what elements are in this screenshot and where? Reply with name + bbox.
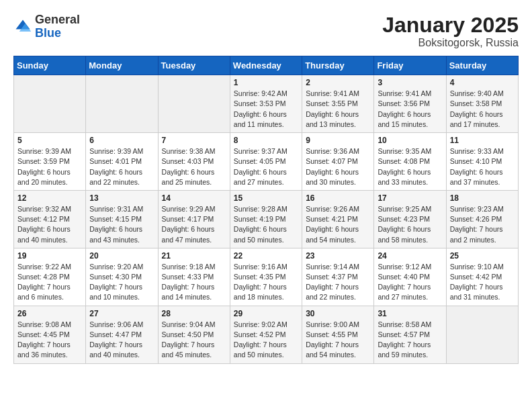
calendar-cell: 13Sunrise: 9:31 AM Sunset: 4:15 PM Dayli… — [86, 190, 158, 248]
page-header: General Blue January 2025 Boksitogorsk, … — [13, 13, 519, 49]
day-number: 25 — [450, 251, 515, 261]
calendar-cell: 21Sunrise: 9:18 AM Sunset: 4:33 PM Dayli… — [158, 248, 230, 306]
calendar-title: January 2025 — [382, 13, 519, 37]
day-number: 7 — [162, 136, 226, 145]
logo-icon — [13, 17, 32, 36]
days-header-row: SundayMondayTuesdayWednesdayThursdayFrid… — [14, 56, 519, 75]
calendar-cell: 7Sunrise: 9:38 AM Sunset: 4:03 PM Daylig… — [158, 133, 230, 191]
day-of-week-thursday: Thursday — [302, 56, 374, 75]
day-number: 1 — [234, 78, 298, 87]
calendar-cell: 28Sunrise: 9:04 AM Sunset: 4:50 PM Dayli… — [158, 306, 230, 363]
logo-general-text: General — [35, 13, 80, 26]
day-info: Sunrise: 9:42 AM Sunset: 3:53 PM Dayligh… — [234, 89, 298, 130]
day-number: 20 — [89, 251, 154, 261]
day-number: 10 — [378, 136, 442, 145]
day-info: Sunrise: 9:35 AM Sunset: 4:08 PM Dayligh… — [378, 146, 442, 187]
day-of-week-monday: Monday — [86, 56, 158, 75]
day-info: Sunrise: 9:39 AM Sunset: 3:59 PM Dayligh… — [17, 146, 82, 187]
day-info: Sunrise: 9:33 AM Sunset: 4:10 PM Dayligh… — [450, 146, 515, 187]
day-info: Sunrise: 9:16 AM Sunset: 4:35 PM Dayligh… — [234, 262, 298, 303]
calendar-cell: 16Sunrise: 9:26 AM Sunset: 4:21 PM Dayli… — [302, 190, 374, 248]
day-number: 15 — [234, 193, 298, 203]
calendar-cell: 19Sunrise: 9:22 AM Sunset: 4:28 PM Dayli… — [14, 248, 86, 306]
calendar-week-row: 1Sunrise: 9:42 AM Sunset: 3:53 PM Daylig… — [14, 75, 519, 133]
logo: General Blue — [13, 13, 80, 40]
day-number: 2 — [306, 78, 370, 87]
day-number: 27 — [89, 309, 154, 318]
day-number: 4 — [450, 78, 515, 87]
day-info: Sunrise: 9:12 AM Sunset: 4:40 PM Dayligh… — [378, 262, 442, 303]
calendar-cell: 29Sunrise: 9:02 AM Sunset: 4:52 PM Dayli… — [230, 306, 302, 363]
day-number: 13 — [89, 193, 154, 203]
day-info: Sunrise: 9:10 AM Sunset: 4:42 PM Dayligh… — [450, 262, 515, 303]
day-info: Sunrise: 9:06 AM Sunset: 4:47 PM Dayligh… — [89, 320, 154, 361]
day-number: 3 — [378, 78, 442, 87]
calendar-cell — [158, 75, 230, 133]
day-info: Sunrise: 9:28 AM Sunset: 4:19 PM Dayligh… — [234, 204, 298, 245]
day-number: 17 — [378, 193, 442, 203]
day-number: 18 — [450, 193, 515, 203]
day-info: Sunrise: 8:58 AM Sunset: 4:57 PM Dayligh… — [378, 320, 442, 361]
calendar-cell: 27Sunrise: 9:06 AM Sunset: 4:47 PM Dayli… — [86, 306, 158, 363]
day-number: 29 — [234, 309, 298, 318]
day-info: Sunrise: 9:04 AM Sunset: 4:50 PM Dayligh… — [162, 320, 226, 361]
day-info: Sunrise: 9:41 AM Sunset: 3:55 PM Dayligh… — [306, 89, 370, 130]
day-number: 19 — [17, 251, 82, 261]
day-info: Sunrise: 9:29 AM Sunset: 4:17 PM Dayligh… — [162, 204, 226, 245]
calendar-cell: 26Sunrise: 9:08 AM Sunset: 4:45 PM Dayli… — [14, 306, 86, 363]
day-of-week-wednesday: Wednesday — [230, 56, 302, 75]
day-info: Sunrise: 9:26 AM Sunset: 4:21 PM Dayligh… — [306, 204, 370, 245]
day-number: 30 — [306, 309, 370, 318]
calendar-cell: 14Sunrise: 9:29 AM Sunset: 4:17 PM Dayli… — [158, 190, 230, 248]
day-info: Sunrise: 9:23 AM Sunset: 4:26 PM Dayligh… — [450, 204, 515, 245]
calendar-cell: 1Sunrise: 9:42 AM Sunset: 3:53 PM Daylig… — [230, 75, 302, 133]
calendar-table: SundayMondayTuesdayWednesdayThursdayFrid… — [13, 56, 519, 363]
calendar-cell — [446, 306, 518, 363]
calendar-cell: 2Sunrise: 9:41 AM Sunset: 3:55 PM Daylig… — [302, 75, 374, 133]
calendar-cell: 22Sunrise: 9:16 AM Sunset: 4:35 PM Dayli… — [230, 248, 302, 306]
day-info: Sunrise: 9:22 AM Sunset: 4:28 PM Dayligh… — [17, 262, 82, 303]
calendar-cell — [14, 75, 86, 133]
day-info: Sunrise: 9:32 AM Sunset: 4:12 PM Dayligh… — [17, 204, 82, 245]
day-number: 9 — [306, 136, 370, 145]
day-number: 26 — [17, 309, 82, 318]
day-of-week-sunday: Sunday — [14, 56, 86, 75]
day-number: 16 — [306, 193, 370, 203]
day-info: Sunrise: 9:38 AM Sunset: 4:03 PM Dayligh… — [162, 146, 226, 187]
day-of-week-friday: Friday — [374, 56, 446, 75]
day-number: 14 — [162, 193, 226, 203]
day-info: Sunrise: 9:08 AM Sunset: 4:45 PM Dayligh… — [17, 320, 82, 361]
day-info: Sunrise: 9:31 AM Sunset: 4:15 PM Dayligh… — [89, 204, 154, 245]
calendar-cell: 18Sunrise: 9:23 AM Sunset: 4:26 PM Dayli… — [446, 190, 518, 248]
calendar-subtitle: Boksitogorsk, Russia — [382, 37, 519, 49]
day-number: 12 — [17, 193, 82, 203]
calendar-cell: 24Sunrise: 9:12 AM Sunset: 4:40 PM Dayli… — [374, 248, 446, 306]
day-of-week-saturday: Saturday — [446, 56, 518, 75]
day-number: 24 — [378, 251, 442, 261]
calendar-cell: 11Sunrise: 9:33 AM Sunset: 4:10 PM Dayli… — [446, 133, 518, 191]
day-info: Sunrise: 9:00 AM Sunset: 4:55 PM Dayligh… — [306, 320, 370, 361]
day-info: Sunrise: 9:02 AM Sunset: 4:52 PM Dayligh… — [234, 320, 298, 361]
calendar-cell: 4Sunrise: 9:40 AM Sunset: 3:58 PM Daylig… — [446, 75, 518, 133]
day-info: Sunrise: 9:39 AM Sunset: 4:01 PM Dayligh… — [89, 146, 154, 187]
calendar-cell: 20Sunrise: 9:20 AM Sunset: 4:30 PM Dayli… — [86, 248, 158, 306]
calendar-week-row: 12Sunrise: 9:32 AM Sunset: 4:12 PM Dayli… — [14, 190, 519, 248]
day-info: Sunrise: 9:40 AM Sunset: 3:58 PM Dayligh… — [450, 89, 515, 130]
day-number: 23 — [306, 251, 370, 261]
day-info: Sunrise: 9:18 AM Sunset: 4:33 PM Dayligh… — [162, 262, 226, 303]
day-number: 5 — [17, 136, 82, 145]
day-number: 21 — [162, 251, 226, 261]
title-block: January 2025 Boksitogorsk, Russia — [382, 13, 519, 49]
day-info: Sunrise: 9:41 AM Sunset: 3:56 PM Dayligh… — [378, 89, 442, 130]
calendar-cell: 31Sunrise: 8:58 AM Sunset: 4:57 PM Dayli… — [374, 306, 446, 363]
day-number: 11 — [450, 136, 515, 145]
calendar-cell: 23Sunrise: 9:14 AM Sunset: 4:37 PM Dayli… — [302, 248, 374, 306]
calendar-week-row: 19Sunrise: 9:22 AM Sunset: 4:28 PM Dayli… — [14, 248, 519, 306]
calendar-cell: 30Sunrise: 9:00 AM Sunset: 4:55 PM Dayli… — [302, 306, 374, 363]
day-number: 22 — [234, 251, 298, 261]
day-number: 6 — [89, 136, 154, 145]
logo-blue-text: Blue — [35, 26, 61, 40]
calendar-week-row: 5Sunrise: 9:39 AM Sunset: 3:59 PM Daylig… — [14, 133, 519, 191]
calendar-cell: 8Sunrise: 9:37 AM Sunset: 4:05 PM Daylig… — [230, 133, 302, 191]
calendar-cell: 10Sunrise: 9:35 AM Sunset: 4:08 PM Dayli… — [374, 133, 446, 191]
